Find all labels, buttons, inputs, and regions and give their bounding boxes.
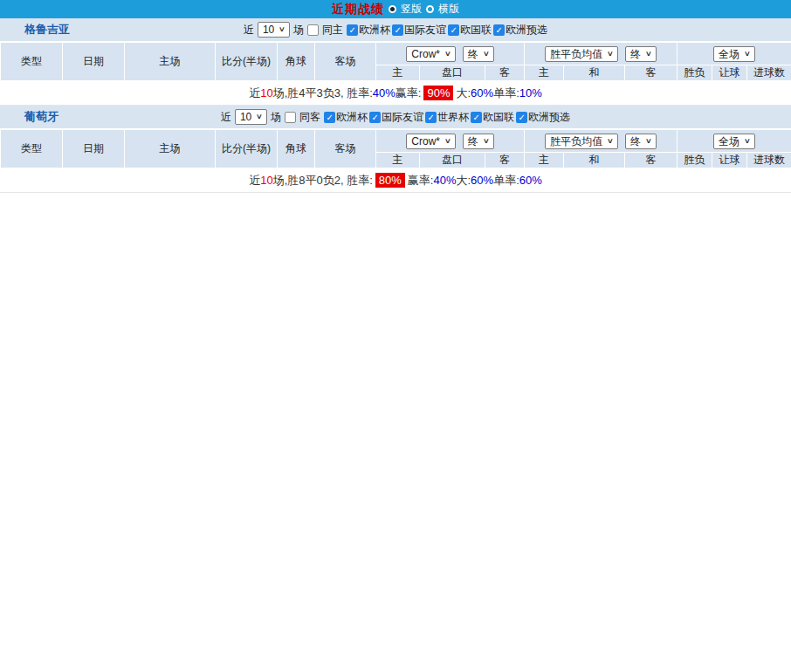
competition-filter[interactable]: ✓国际友谊	[392, 23, 446, 38]
scope-select[interactable]: 全场∨	[713, 134, 755, 149]
same-venue-checkbox[interactable]	[307, 24, 319, 36]
chevron-down-icon: ∨	[645, 48, 652, 60]
col-date: 日期	[63, 130, 125, 168]
odds-source-select[interactable]: Crow*∨	[406, 134, 456, 149]
competition-filter[interactable]: ✓欧洲预选	[493, 23, 547, 38]
section-header: 格鲁吉亚 近 10∨ 场 同主 ✓欧洲杯✓国际友谊✓欧国联✓欧洲预选	[0, 18, 791, 42]
summary-segment: 10%	[519, 86, 542, 99]
col-guest-odds: 客	[485, 153, 525, 168]
competition-label: 欧洲预选	[528, 110, 570, 125]
near-label: 近	[244, 23, 254, 38]
col-result: 胜负	[678, 65, 712, 81]
checkbox-icon[interactable]: ✓	[471, 112, 482, 123]
summary-segment: 单率:	[493, 173, 519, 189]
col-host-odds: 主	[376, 65, 420, 81]
summary-row: 近10场,胜4平3负3, 胜率:40% 赢率:90% 大:60% 单率:10%	[0, 81, 791, 106]
checkbox-icon[interactable]: ✓	[324, 112, 335, 123]
avg-select[interactable]: 胜平负均值∨	[545, 134, 618, 149]
summary-segment: 40%	[373, 86, 396, 99]
competition-label: 欧国联	[483, 110, 514, 125]
checkbox-icon[interactable]: ✓	[516, 112, 527, 123]
summary-segment: 60%	[471, 86, 493, 99]
summary-segment: 60%	[471, 174, 493, 187]
competition-filter[interactable]: ✓欧洲预选	[516, 110, 570, 125]
col-handicap: 盘口	[420, 153, 485, 168]
checkbox-icon[interactable]: ✓	[369, 112, 381, 123]
match-count-select[interactable]: 10∨	[258, 22, 290, 38]
checkbox-icon[interactable]: ✓	[448, 24, 459, 36]
chevron-down-icon: ∨	[607, 135, 614, 147]
chevron-down-icon: ∨	[279, 24, 285, 36]
summary-segment: 场,胜4平3负3, 胜率:	[273, 86, 373, 101]
col-corner: 角球	[278, 130, 315, 168]
competition-label: 世界杯	[437, 110, 469, 125]
near-label: 近	[221, 110, 231, 125]
scope-group-header: 全场∨	[678, 130, 791, 153]
summary-segment: 10	[260, 174, 272, 187]
unit-label: 场	[293, 23, 304, 38]
avg-final-select[interactable]: 终∨	[625, 134, 657, 149]
summary-segment: 大:	[456, 173, 471, 189]
avg-final-select[interactable]: 终∨	[625, 46, 657, 62]
col-date: 日期	[63, 43, 125, 81]
chevron-down-icon: ∨	[256, 111, 263, 123]
odds-group-header: Crow*∨ 终∨	[376, 130, 525, 153]
summary-segment: 大:	[456, 86, 471, 101]
avg-group-header: 胜平负均值∨ 终∨	[525, 43, 678, 65]
chevron-down-icon: ∨	[483, 48, 490, 60]
col-result: 胜负	[678, 153, 712, 168]
summary-segment: 近	[249, 86, 260, 101]
col-score: 比分(半场)	[216, 130, 278, 168]
horizontal-view-radio[interactable]	[426, 5, 434, 13]
competition-label: 国际友谊	[382, 110, 423, 125]
col-home: 主场	[125, 43, 216, 81]
col-avg-win: 主	[525, 153, 564, 168]
col-home: 主场	[125, 130, 216, 168]
chevron-down-icon: ∨	[607, 48, 614, 60]
checkbox-icon[interactable]: ✓	[347, 24, 358, 36]
competition-filter[interactable]: ✓国际友谊	[369, 110, 423, 125]
summary-segment: 赢率:	[396, 86, 422, 101]
col-handicap-result: 让球	[712, 153, 747, 168]
competition-filter[interactable]: ✓世界杯	[425, 110, 469, 125]
summary-segment: 60%	[519, 174, 542, 187]
col-handicap: 盘口	[420, 65, 485, 81]
competition-filter[interactable]: ✓欧国联	[448, 23, 492, 38]
odds-source-select[interactable]: Crow*∨	[406, 46, 456, 62]
section-header: 葡萄牙 近 10∨ 场 同客 ✓欧洲杯✓国际友谊✓世界杯✓欧国联✓欧洲预选	[0, 106, 791, 129]
col-goals: 进球数	[747, 65, 791, 81]
chevron-down-icon: ∨	[744, 135, 751, 147]
competition-filters: ✓欧洲杯✓国际友谊✓欧国联✓欧洲预选	[347, 23, 547, 38]
checkbox-icon[interactable]: ✓	[493, 24, 505, 36]
vertical-view-radio[interactable]	[389, 5, 396, 13]
col-avg-lose: 客	[625, 153, 678, 168]
chevron-down-icon: ∨	[483, 135, 490, 147]
competition-filters: ✓欧洲杯✓国际友谊✓世界杯✓欧国联✓欧洲预选	[324, 110, 570, 125]
summary-segment: 近	[249, 173, 260, 189]
vertical-view-label: 竖版	[401, 2, 422, 17]
match-count-select[interactable]: 10∨	[235, 109, 267, 125]
chevron-down-icon: ∨	[444, 135, 451, 147]
matches-table: 类型 日期 主场 比分(半场) 角球 客场 Crow*∨ 终∨ 胜平负均值∨ 终…	[0, 129, 791, 168]
col-type: 类型	[1, 130, 63, 168]
same-venue-checkbox[interactable]	[285, 112, 296, 123]
odds-final-select[interactable]: 终∨	[463, 46, 494, 62]
horizontal-view-label: 横版	[438, 2, 459, 17]
checkbox-icon[interactable]: ✓	[392, 24, 403, 36]
col-handicap-result: 让球	[712, 65, 747, 81]
scope-select[interactable]: 全场∨	[713, 46, 755, 62]
avg-select[interactable]: 胜平负均值∨	[545, 46, 618, 62]
chevron-down-icon: ∨	[645, 135, 652, 147]
competition-label: 欧洲杯	[359, 23, 390, 38]
matches-table: 类型 日期 主场 比分(半场) 角球 客场 Crow*∨ 终∨ 胜平负均值∨ 终…	[0, 42, 791, 81]
competition-filter[interactable]: ✓欧洲杯	[324, 110, 368, 125]
col-type: 类型	[1, 43, 63, 81]
filter-bar: 近 10∨ 场 同客 ✓欧洲杯✓国际友谊✓世界杯✓欧国联✓欧洲预选	[0, 109, 791, 125]
odds-final-select[interactable]: 终∨	[463, 134, 494, 149]
chevron-down-icon: ∨	[444, 48, 451, 60]
competition-filter[interactable]: ✓欧洲杯	[347, 23, 390, 38]
competition-filter[interactable]: ✓欧国联	[471, 110, 514, 125]
summary-segment: 10	[260, 86, 272, 99]
checkbox-icon[interactable]: ✓	[425, 112, 437, 123]
scope-group-header: 全场∨	[678, 43, 791, 65]
